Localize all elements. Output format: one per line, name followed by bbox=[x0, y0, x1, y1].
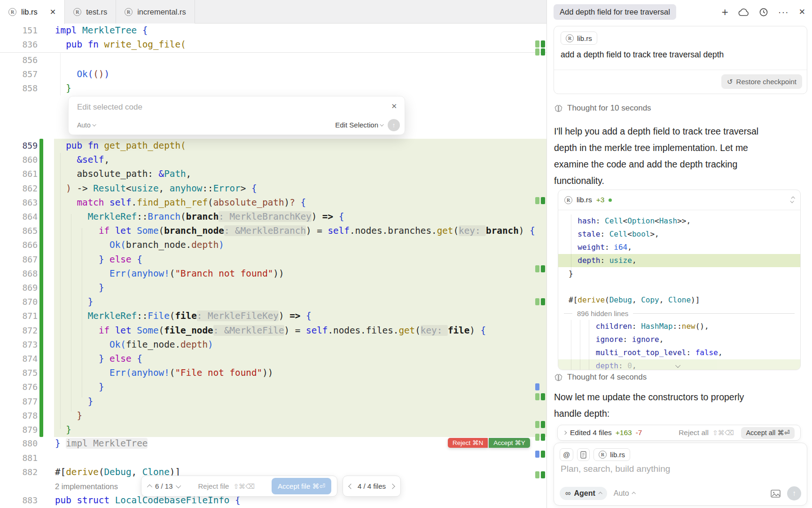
code-line[interactable]: 863 match self.find_path_ref(absolute_pa… bbox=[0, 196, 547, 210]
edited-files-label: Edited 4 files bbox=[570, 429, 612, 437]
code-line[interactable]: 873 Ok(file_node.depth) bbox=[0, 338, 547, 352]
model-dropdown[interactable]: Auto bbox=[614, 489, 635, 498]
code-line[interactable]: 860 &self, bbox=[0, 153, 547, 167]
code-line[interactable]: 871 MerkleRef::File(file: MerkleFileKey)… bbox=[0, 309, 547, 323]
edit-code-input[interactable]: Edit selected code bbox=[77, 103, 142, 112]
line-number: 862 bbox=[0, 182, 38, 196]
code-line[interactable]: 861 absolute_path: &Path, bbox=[0, 167, 547, 181]
code-line[interactable]: 867 } else { bbox=[0, 253, 547, 267]
reject-all-button[interactable]: Reject all bbox=[679, 429, 709, 437]
reject-hunk-button[interactable]: Reject ⌘N bbox=[448, 438, 488, 448]
code-line[interactable]: 151impl MerkleTree { bbox=[0, 24, 547, 38]
composer-input[interactable]: Plan, search, build anything bbox=[561, 464, 670, 474]
scrollbar-diff-mark bbox=[535, 40, 539, 48]
more-options-icon[interactable]: ··· bbox=[778, 7, 789, 17]
file-chip[interactable]: Rlib.rs bbox=[561, 32, 597, 45]
line-number: 151 bbox=[0, 24, 38, 38]
thread-title[interactable]: Add depth field for tree traversal bbox=[554, 4, 676, 20]
code-line[interactable]: 857 Ok(()) bbox=[0, 67, 547, 81]
prev-hunk-icon[interactable] bbox=[147, 484, 152, 489]
scrollbar-diff-mark bbox=[541, 298, 545, 305]
rust-file-icon: R bbox=[8, 8, 16, 16]
code-line[interactable]: 858 } bbox=[0, 81, 547, 95]
line-number: 863 bbox=[0, 196, 38, 210]
code-line[interactable]: 878 } bbox=[0, 409, 547, 423]
code-line[interactable]: 866 Ok(branch_node.depth) bbox=[0, 238, 547, 252]
line-number: 882 bbox=[0, 465, 38, 479]
close-icon[interactable]: ✕ bbox=[391, 102, 397, 111]
next-hunk-icon[interactable] bbox=[175, 483, 180, 488]
tab-test.rs[interactable]: Rtest.rs bbox=[65, 0, 116, 24]
mention-chip[interactable]: @ bbox=[560, 448, 573, 461]
expand-icon[interactable] bbox=[791, 197, 794, 203]
accept-all-button[interactable]: Accept all ⌘⏎ bbox=[741, 427, 795, 439]
message-composer[interactable]: @ Rlib.rs Plan, search, build anything ∞… bbox=[554, 443, 807, 506]
cloud-icon[interactable] bbox=[738, 8, 749, 16]
file-chip[interactable]: Rlib.rs bbox=[593, 448, 630, 461]
expand-edited-files-icon[interactable] bbox=[563, 431, 567, 435]
code-line[interactable]: 875 Err(anyhow!("File not found")) bbox=[0, 366, 547, 380]
agent-mode-dropdown[interactable]: ∞Agent bbox=[560, 487, 607, 500]
line-number: 874 bbox=[0, 352, 38, 366]
next-file-icon[interactable] bbox=[390, 484, 395, 489]
code-line[interactable]: 879 } bbox=[0, 423, 547, 437]
diff-code-line: children: HashMap::new(), bbox=[558, 320, 800, 333]
scrollbar-diff-mark bbox=[541, 48, 545, 56]
attach-image-icon[interactable] bbox=[771, 490, 781, 498]
tab-lib.rs[interactable]: Rlib.rs✕ bbox=[0, 0, 65, 24]
line-number: 867 bbox=[0, 253, 38, 267]
code-line[interactable]: 865 if let Some(branch_node: &MerkleBran… bbox=[0, 224, 547, 238]
user-message: add a depth field to track tree traversa… bbox=[561, 50, 724, 60]
line-number: 869 bbox=[0, 281, 38, 295]
scrollbar-diff-mark bbox=[535, 298, 539, 305]
code-line[interactable]: 872 if let Some(file_node: &MerkleFile) … bbox=[0, 324, 547, 338]
scrollbar-diff-mark bbox=[535, 265, 539, 272]
accept-hunk-button[interactable]: Accept ⌘Y bbox=[489, 438, 530, 448]
rules-chip[interactable] bbox=[577, 448, 590, 461]
new-thread-icon[interactable]: + bbox=[722, 6, 728, 19]
code-line[interactable]: 836 pub fn write_log_file( bbox=[0, 38, 547, 52]
model-mode-dropdown[interactable]: Auto bbox=[77, 121, 96, 129]
code-line[interactable]: 876 } bbox=[0, 380, 547, 394]
scrollbar-diff-mark bbox=[541, 451, 545, 458]
diff-code-line: } bbox=[558, 267, 800, 280]
files-navigation-bar: 4 / 4 files bbox=[343, 476, 401, 497]
history-icon[interactable] bbox=[759, 8, 768, 17]
reject-file-button[interactable]: Reject file bbox=[198, 482, 229, 490]
code-editor: 151impl MerkleTree {836 pub fn write_log… bbox=[0, 0, 547, 508]
code-lens[interactable]: 2 implementations bbox=[55, 479, 118, 493]
code-line[interactable]: 868 Err(anyhow!("Branch not found")) bbox=[0, 267, 547, 281]
line-number: 873 bbox=[0, 338, 38, 352]
code-line[interactable]: 881 bbox=[0, 451, 547, 465]
diff-card-header[interactable]: R lib.rs +3 bbox=[558, 190, 800, 210]
code-line[interactable]: 864 MerkleRef::Branch(branch: MerkleBran… bbox=[0, 210, 547, 224]
line-number: 836 bbox=[0, 38, 38, 52]
brain-icon bbox=[554, 373, 563, 382]
prev-file-icon[interactable] bbox=[348, 484, 353, 489]
code-line[interactable]: 870 } bbox=[0, 295, 547, 309]
scrollbar-diff-mark bbox=[535, 451, 539, 458]
tab-incremental.rs[interactable]: Rincremental.rs bbox=[116, 0, 195, 24]
line-number: 883 bbox=[0, 493, 38, 508]
close-tab-icon[interactable]: ✕ bbox=[50, 8, 56, 16]
send-button[interactable]: ↑ bbox=[787, 486, 801, 500]
close-panel-icon[interactable]: ✕ bbox=[799, 7, 805, 17]
scrollbar-diff-mark bbox=[541, 197, 545, 204]
review-navigation-bar: 6 / 13 Reject file ⇧⌘⌫ Accept file ⌘⏎ bbox=[141, 476, 337, 497]
code-line[interactable]: 869 } bbox=[0, 281, 547, 295]
code-line[interactable]: 856 bbox=[0, 53, 547, 67]
diff-code-line: weight: i64, bbox=[558, 241, 800, 254]
thought-duration[interactable]: Thought for 4 seconds bbox=[554, 373, 647, 382]
line-number: 856 bbox=[0, 53, 38, 67]
code-line[interactable]: 859 pub fn get_path_depth( bbox=[0, 139, 547, 153]
code-line[interactable]: 862 ) -> Result<usize, anyhow::Error> { bbox=[0, 182, 547, 196]
code-line[interactable]: 874 } else { bbox=[0, 352, 547, 366]
code-line[interactable]: 877 } bbox=[0, 395, 547, 409]
expand-diff-chevron[interactable] bbox=[677, 361, 680, 370]
submit-edit-button[interactable]: ↑ bbox=[388, 119, 400, 131]
accept-file-button[interactable]: Accept file ⌘⏎ bbox=[272, 478, 331, 494]
thought-duration[interactable]: Thought for 10 seconds bbox=[554, 103, 651, 113]
edit-selection-dropdown[interactable]: Edit Selection bbox=[335, 121, 384, 129]
hidden-lines-divider[interactable]: 896 hidden lines bbox=[558, 307, 800, 320]
restore-checkpoint-button[interactable]: ↺Restore checkpoint bbox=[721, 74, 802, 89]
